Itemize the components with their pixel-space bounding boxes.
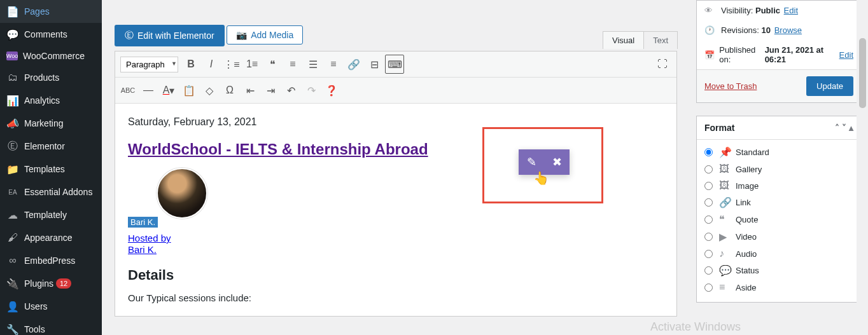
video-icon: ▶ [719, 231, 731, 243]
sidebar-item-products[interactable]: 🗂 Products [0, 66, 102, 89]
read-more-button[interactable]: ⊟ [365, 55, 384, 74]
format-radio-audio[interactable] [704, 250, 713, 258]
edit-elementor-button[interactable]: Ⓔ Edit with Elementor [115, 25, 225, 46]
format-radio-image[interactable] [704, 182, 713, 190]
editor-tabs: Visual Text [603, 31, 678, 49]
visibility-icon: 👁 [704, 6, 717, 15]
format-select[interactable]: Paragraph [120, 57, 178, 72]
products-icon: 🗂 [6, 71, 19, 84]
published-edit-link[interactable]: Edit [839, 50, 853, 60]
format-standard[interactable]: 📌 Standard [704, 144, 853, 161]
format-radio-video[interactable] [704, 233, 713, 241]
link-button[interactable]: 🔗 [344, 55, 363, 74]
panel-toggle-icon[interactable]: ▴ [849, 123, 853, 133]
format-radio-status[interactable] [704, 266, 713, 275]
embed-remove-button[interactable]: ✖ [544, 149, 570, 175]
redo-button[interactable]: ↷ [302, 81, 321, 100]
format-radio-link[interactable] [704, 198, 713, 207]
sidebar-item-comments[interactable]: 💬 Comments [0, 23, 102, 46]
sidebar-label: Templately [24, 210, 67, 220]
sidebar-item-essential-addons[interactable]: EA Essential Addons [0, 181, 102, 203]
revisions-browse-link[interactable]: Browse [774, 25, 802, 35]
tab-visual[interactable]: Visual [603, 31, 644, 49]
appearance-icon: 🖌 [6, 231, 19, 244]
sidebar-label: WooCommerce [23, 51, 85, 61]
visibility-row: 👁 Visibility: Public Edit [697, 1, 861, 20]
format-gallery[interactable]: 🖼 Gallery [704, 161, 853, 177]
sidebar-item-users[interactable]: 👤 Users [0, 295, 102, 318]
numbered-list-button[interactable]: 1≡ [242, 55, 262, 74]
host-avatar [157, 168, 207, 219]
help-button[interactable]: ❓ [322, 81, 341, 100]
outdent-button[interactable]: ⇤ [241, 81, 260, 100]
blockquote-button[interactable]: ❝ [263, 55, 282, 74]
strikethrough-button[interactable]: ABC [118, 81, 137, 100]
toolbar-toggle-button[interactable]: ⌨ [385, 55, 404, 74]
fullscreen-button[interactable]: ⛶ [653, 55, 672, 74]
sidebar-label: Essential Addons [24, 187, 92, 197]
text-color-button[interactable]: A▾ [159, 81, 178, 100]
revisions-label: Revisions: [721, 25, 759, 35]
host-name-link[interactable]: Bari K. [128, 244, 157, 255]
special-char-button[interactable]: Ω [220, 81, 239, 100]
plugins-badge: 12 [56, 278, 71, 289]
format-video[interactable]: ▶ Video [704, 228, 853, 245]
add-media-button[interactable]: 📷 Add Media [227, 25, 303, 44]
align-left-button[interactable]: ≡ [283, 55, 302, 74]
format-audio[interactable]: ♪ Audio [704, 245, 853, 262]
format-link[interactable]: 🔗 Link [704, 194, 853, 211]
sidebar-item-embedpress[interactable]: ∞ EmbedPress [0, 249, 102, 272]
undo-button[interactable]: ↶ [281, 81, 300, 100]
format-aside[interactable]: ≡ Aside [704, 279, 853, 296]
format-panel-header[interactable]: Format ˄ ˅ ▴ [697, 116, 861, 140]
format-radio-aside[interactable] [704, 284, 713, 292]
bullet-list-button[interactable]: ⋮≡ [222, 55, 241, 74]
sidebar-item-marketing[interactable]: 📣 Marketing [0, 112, 102, 135]
sidebar-item-pages[interactable]: 📄 Pages [0, 0, 102, 23]
sidebar-label: Elementor [24, 141, 65, 151]
sidebar-item-woocommerce[interactable]: Woo WooCommerce [0, 46, 102, 66]
sidebar-item-plugins[interactable]: 🔌 Plugins 12 [0, 272, 102, 295]
content-title-link[interactable]: WorldSchool - IELTS & Internship Abroad [128, 140, 428, 158]
paste-text-button[interactable]: 📋 [179, 81, 199, 100]
embed-edit-button[interactable]: ✎ [519, 149, 544, 175]
format-radio-gallery[interactable] [704, 165, 713, 174]
format-image[interactable]: 🖼 Image [704, 177, 853, 194]
sidebar-item-tools[interactable]: 🔧 Tools [0, 318, 102, 335]
host-overlay-label: Bari K. [128, 217, 158, 228]
revisions-row: 🕐 Revisions: 10 Browse [697, 20, 861, 40]
scrollbar-thumb[interactable] [859, 38, 866, 108]
update-button[interactable]: Update [806, 76, 853, 96]
move-to-trash-link[interactable]: Move to Trash [704, 81, 757, 91]
sidebar-item-analytics[interactable]: 📊 Analytics [0, 89, 102, 112]
indent-button[interactable]: ⇥ [261, 81, 280, 100]
format-status[interactable]: 💬 Status [704, 262, 853, 279]
visibility-edit-link[interactable]: Edit [784, 6, 798, 15]
sidebar-label: Appearance [24, 233, 73, 243]
align-right-button[interactable]: ≡ [324, 55, 343, 74]
elementor-icon: Ⓔ [6, 140, 19, 153]
bold-button[interactable]: B [181, 55, 200, 74]
scrollbar-track[interactable] [857, 0, 868, 335]
visibility-value: Public [755, 6, 780, 15]
align-center-button[interactable]: ☰ [304, 55, 323, 74]
sidebar-item-templately[interactable]: ☁ Templately [0, 203, 102, 226]
clear-formatting-button[interactable]: ◇ [200, 81, 219, 100]
tab-text[interactable]: Text [643, 31, 678, 49]
sidebar-item-elementor[interactable]: Ⓔ Elementor [0, 135, 102, 158]
panel-up-icon[interactable]: ˄ [835, 123, 839, 133]
panel-down-icon[interactable]: ˅ [842, 123, 846, 133]
hosted-by-link[interactable]: Hosted by [128, 233, 171, 243]
sidebar-item-templates[interactable]: 📁 Templates [0, 158, 102, 181]
revisions-icon: 🕐 [704, 25, 717, 35]
format-quote[interactable]: ❝ Quote [704, 211, 853, 228]
activate-windows-watermark: Activate Windows [650, 320, 741, 334]
italic-button[interactable]: I [202, 55, 221, 74]
format-radio-standard[interactable] [704, 148, 713, 156]
format-radio-quote[interactable] [704, 215, 713, 224]
published-value: Jun 21, 2021 at 06:21 [765, 45, 836, 64]
hr-button[interactable]: — [139, 81, 158, 100]
sidebar-label: Users [24, 301, 48, 311]
details-heading: Details [128, 267, 664, 284]
sidebar-item-appearance[interactable]: 🖌 Appearance [0, 226, 102, 249]
